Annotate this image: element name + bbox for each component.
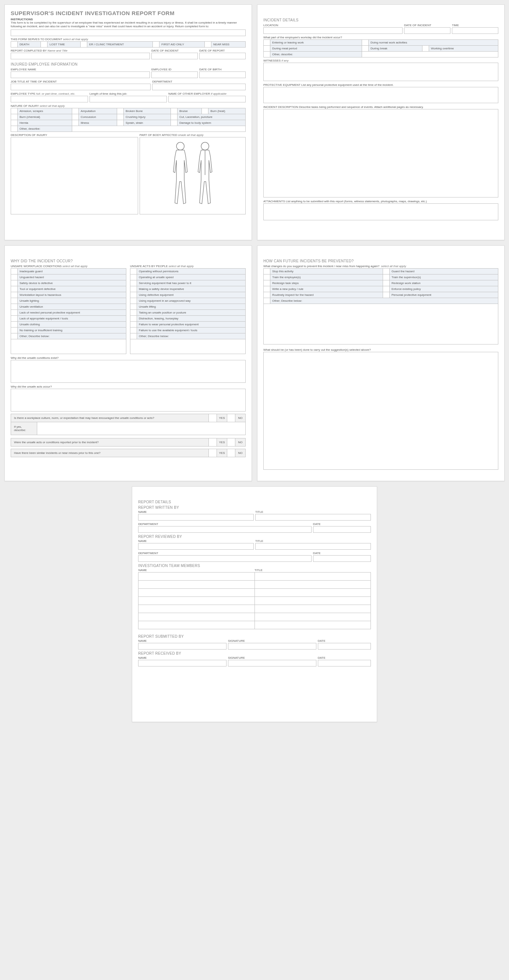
reviewed-date[interactable] <box>313 555 371 562</box>
department[interactable] <box>152 84 246 90</box>
doc-serves-options: DEATH LOST TIME ER / CLINIC TREATMENT FI… <box>11 41 246 48</box>
written-title[interactable] <box>255 514 371 520</box>
form-title: SUPERVISOR'S INCIDENT INVESTIGATION REPO… <box>11 10 246 16</box>
unsafe-conditions: Inadequate guard Unguarded hazard Safety… <box>11 268 126 339</box>
incident-description[interactable] <box>263 109 498 197</box>
instructions-heading: INSTRUCTIONS <box>11 18 246 21</box>
report-details-heading: REPORT DETAILS <box>138 500 371 504</box>
prevent-heading: HOW CAN FUTURE INCIDENTS BE PREVENTED? <box>263 259 498 263</box>
page-5: REPORT DETAILS REPORT WRITTEN BY NAME TI… <box>132 486 377 722</box>
received-date[interactable] <box>318 660 371 667</box>
injured-emp-heading: INJURED EMPLOYEE INFORMATION <box>11 62 246 66</box>
cond-other[interactable] <box>11 339 126 354</box>
prevent-other-desc[interactable] <box>263 304 498 344</box>
dob[interactable] <box>199 72 246 78</box>
attachments[interactable] <box>263 204 498 220</box>
acts-other[interactable] <box>130 339 246 354</box>
received-sig[interactable] <box>228 660 317 667</box>
ppe[interactable] <box>263 87 498 103</box>
page-1: SUPERVISOR'S INCIDENT INVESTIGATION REPO… <box>5 5 252 240</box>
submitted-name[interactable] <box>138 643 226 649</box>
acts-occur[interactable] <box>11 389 246 412</box>
svg-point-1 <box>201 142 209 150</box>
time[interactable] <box>452 27 498 34</box>
length-of-time[interactable] <box>89 96 167 102</box>
workday-options: Entering or leaving workDoing normal wor… <box>263 40 498 57</box>
location[interactable] <box>263 27 402 34</box>
team-table: NAMETITLE <box>138 568 371 629</box>
date-of-incident[interactable] <box>151 52 198 59</box>
reported-q: Were the unsafe acts or conditions repor… <box>11 438 246 447</box>
page-3: WHY DID THE INCIDENT OCCUR? UNSAFE WORKP… <box>5 245 252 481</box>
nature-injury-table: Abrasion, scrapesAmputationBroken BoneBr… <box>11 108 246 132</box>
date-of-report[interactable] <box>199 52 246 59</box>
employee-name[interactable] <box>11 72 150 78</box>
if-yes-describe[interactable] <box>37 422 245 435</box>
reviewed-name[interactable] <box>138 543 254 550</box>
page-4: HOW CAN FUTURE INCIDENTS BE PREVENTED? W… <box>257 245 504 481</box>
report-completed-by[interactable] <box>11 52 150 59</box>
submitted-date[interactable] <box>318 643 371 649</box>
return-to-input[interactable] <box>11 29 246 36</box>
body-front-icon <box>169 141 192 211</box>
unsafe-acts: Operating without permissions Operating … <box>130 268 246 339</box>
page-2: INCIDENT DETAILS LOCATION DATE OF INCIDE… <box>257 5 504 240</box>
witnesses[interactable] <box>263 63 498 81</box>
doi2[interactable] <box>404 27 450 34</box>
incident-details-heading: INCIDENT DETAILS <box>263 18 498 22</box>
culture-q-block: Is there a workplace culture, norm, or e… <box>11 414 246 435</box>
job-title[interactable] <box>11 84 151 90</box>
written-name[interactable] <box>138 514 254 520</box>
written-date[interactable] <box>313 526 371 533</box>
carry-out[interactable] <box>263 352 498 470</box>
other-employer[interactable] <box>168 96 246 102</box>
svg-point-0 <box>177 142 184 150</box>
reviewed-dept[interactable] <box>138 555 312 562</box>
written-dept[interactable] <box>138 526 312 533</box>
similar-q: Have there been similar incidents or nea… <box>11 449 246 457</box>
body-diagram[interactable] <box>140 137 246 215</box>
prevent-options: Stop this activityGuard the hazard Train… <box>263 268 498 304</box>
body-back-icon <box>193 141 216 211</box>
employee-type[interactable] <box>11 96 88 102</box>
submitted-sig[interactable] <box>228 643 317 649</box>
received-name[interactable] <box>138 660 226 667</box>
reviewed-title[interactable] <box>255 543 371 550</box>
why-heading: WHY DID THE INCIDENT OCCUR? <box>11 259 246 263</box>
injury-description[interactable] <box>11 137 138 215</box>
instructions-body: This form is to be completed by the supe… <box>11 21 246 29</box>
employee-id[interactable] <box>151 72 198 78</box>
cond-exist[interactable] <box>11 360 246 383</box>
